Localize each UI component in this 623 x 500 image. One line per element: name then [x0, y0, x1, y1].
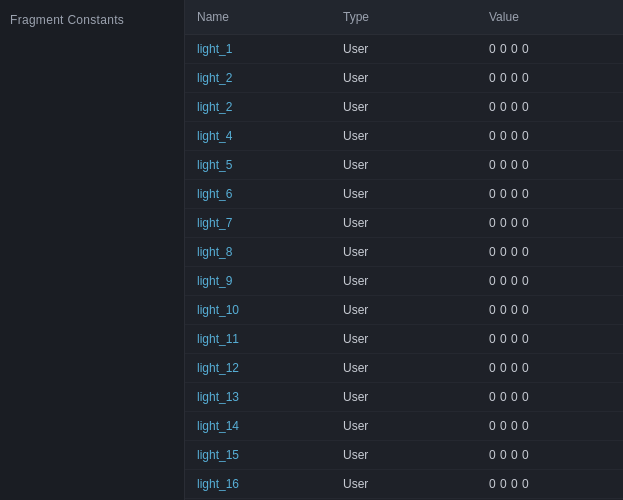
table-row[interactable]: light_2User0 0 0 0	[185, 93, 623, 122]
table-row[interactable]: light_4User0 0 0 0	[185, 122, 623, 151]
cell-name: light_2	[185, 93, 331, 121]
sidebar: Fragment Constants	[0, 0, 185, 500]
cell-type: User	[331, 122, 477, 150]
cell-name: light_6	[185, 180, 331, 208]
header-name: Name	[185, 6, 331, 28]
header-type: Type	[331, 6, 477, 28]
cell-name: light_7	[185, 209, 331, 237]
cell-name: light_16	[185, 470, 331, 498]
cell-value: 0 0 0 0	[477, 267, 623, 295]
cell-value: 0 0 0 0	[477, 35, 623, 63]
cell-value: 0 0 0 0	[477, 122, 623, 150]
cell-value: 0 0 0 0	[477, 325, 623, 353]
cell-value: 0 0 0 0	[477, 412, 623, 440]
table-body[interactable]: light_1User0 0 0 0light_2User0 0 0 0ligh…	[185, 35, 623, 500]
cell-type: User	[331, 151, 477, 179]
table-row[interactable]: light_11User0 0 0 0	[185, 325, 623, 354]
table-row[interactable]: light_2User0 0 0 0	[185, 64, 623, 93]
table-row[interactable]: light_8User0 0 0 0	[185, 238, 623, 267]
table-row[interactable]: light_5User0 0 0 0	[185, 151, 623, 180]
cell-name: light_14	[185, 412, 331, 440]
cell-name: light_11	[185, 325, 331, 353]
header-value: Value	[477, 6, 623, 28]
cell-name: light_4	[185, 122, 331, 150]
cell-type: User	[331, 267, 477, 295]
main-container: Fragment Constants Name Type Value light…	[0, 0, 623, 500]
cell-value: 0 0 0 0	[477, 151, 623, 179]
table-row[interactable]: light_10User0 0 0 0	[185, 296, 623, 325]
cell-value: 0 0 0 0	[477, 209, 623, 237]
cell-type: User	[331, 412, 477, 440]
cell-type: User	[331, 93, 477, 121]
table-header: Name Type Value	[185, 0, 623, 35]
cell-name: light_1	[185, 35, 331, 63]
cell-type: User	[331, 325, 477, 353]
cell-type: User	[331, 441, 477, 469]
cell-value: 0 0 0 0	[477, 383, 623, 411]
cell-name: light_12	[185, 354, 331, 382]
cell-value: 0 0 0 0	[477, 180, 623, 208]
cell-name: light_8	[185, 238, 331, 266]
cell-name: light_5	[185, 151, 331, 179]
sidebar-title: Fragment Constants	[10, 13, 124, 27]
cell-value: 0 0 0 0	[477, 441, 623, 469]
cell-type: User	[331, 64, 477, 92]
cell-type: User	[331, 238, 477, 266]
table-row[interactable]: light_9User0 0 0 0	[185, 267, 623, 296]
table-row[interactable]: light_16User0 0 0 0	[185, 470, 623, 499]
table-row[interactable]: light_7User0 0 0 0	[185, 209, 623, 238]
cell-value: 0 0 0 0	[477, 354, 623, 382]
cell-type: User	[331, 180, 477, 208]
cell-type: User	[331, 296, 477, 324]
cell-type: User	[331, 209, 477, 237]
cell-name: light_10	[185, 296, 331, 324]
cell-value: 0 0 0 0	[477, 64, 623, 92]
table-row[interactable]: light_1User0 0 0 0	[185, 35, 623, 64]
cell-type: User	[331, 383, 477, 411]
cell-value: 0 0 0 0	[477, 296, 623, 324]
cell-name: light_9	[185, 267, 331, 295]
cell-name: light_15	[185, 441, 331, 469]
cell-value: 0 0 0 0	[477, 238, 623, 266]
table-row[interactable]: light_12User0 0 0 0	[185, 354, 623, 383]
cell-name: light_13	[185, 383, 331, 411]
cell-value: 0 0 0 0	[477, 93, 623, 121]
cell-value: 0 0 0 0	[477, 470, 623, 498]
cell-name: light_2	[185, 64, 331, 92]
table-row[interactable]: light_15User0 0 0 0	[185, 441, 623, 470]
table-row[interactable]: light_13User0 0 0 0	[185, 383, 623, 412]
cell-type: User	[331, 470, 477, 498]
cell-type: User	[331, 35, 477, 63]
cell-type: User	[331, 354, 477, 382]
table-row[interactable]: light_6User0 0 0 0	[185, 180, 623, 209]
main-content: Name Type Value light_1User0 0 0 0light_…	[185, 0, 623, 500]
table-row[interactable]: light_14User0 0 0 0	[185, 412, 623, 441]
